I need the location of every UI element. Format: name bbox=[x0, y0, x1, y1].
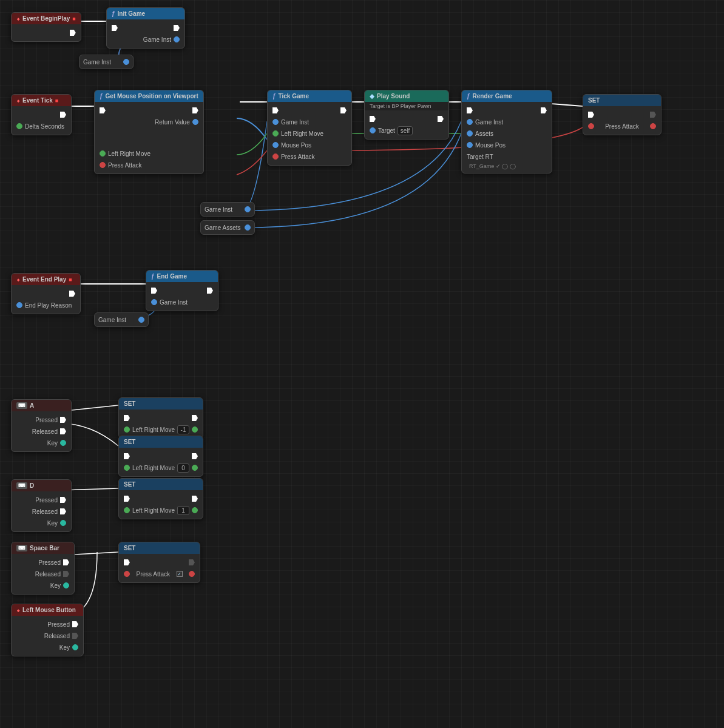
assets-row: Assets bbox=[467, 129, 547, 138]
key-label: Key bbox=[59, 644, 70, 651]
exec-row bbox=[124, 451, 198, 461]
exec-in bbox=[588, 112, 594, 118]
end-game-body: Game Inst bbox=[146, 282, 218, 311]
key-label: Key bbox=[47, 520, 58, 527]
tick-game-title: Tick Game bbox=[279, 93, 309, 99]
key-a-title: A bbox=[30, 402, 34, 409]
left-right-row: Left Right Move bbox=[100, 149, 198, 158]
set-1-header: SET bbox=[583, 95, 661, 106]
key-row: Key bbox=[16, 438, 66, 448]
game-inst-var-body: Game Inst bbox=[80, 55, 133, 69]
exec-in bbox=[124, 453, 130, 459]
value-neg1: -1 bbox=[177, 425, 189, 434]
exec-in bbox=[272, 107, 279, 113]
exec-out-pin bbox=[70, 30, 76, 36]
exec-row bbox=[124, 494, 198, 504]
game-inst-label: Game Inst bbox=[475, 119, 503, 126]
game-inst-var-2: Game Inst bbox=[200, 202, 255, 217]
mouse-pos-in bbox=[272, 142, 279, 148]
released-row: Released bbox=[16, 631, 78, 641]
left-right-out bbox=[192, 465, 198, 471]
pressed-pin bbox=[63, 559, 69, 565]
game-inst-var-3-body: Game Inst bbox=[95, 313, 148, 326]
game-inst-var-3: Game Inst bbox=[94, 312, 149, 327]
exec-row bbox=[467, 106, 547, 115]
self-box: self bbox=[398, 126, 413, 135]
left-right-label: Left Right Move bbox=[132, 465, 175, 471]
game-assets-row: Game Assets bbox=[205, 223, 251, 232]
left-right-label: Left Right Move bbox=[108, 150, 151, 157]
game-inst-label: Game Inst bbox=[160, 299, 188, 306]
game-inst-pin bbox=[138, 317, 144, 323]
exec-row bbox=[272, 106, 347, 115]
left-right-out bbox=[192, 507, 198, 513]
keyboard-icon-d: ⌨ bbox=[16, 482, 27, 489]
press-attack-row: Press Attack bbox=[100, 160, 198, 170]
game-inst-label: Game Inst bbox=[98, 317, 126, 323]
press-attack-in-row: Press Attack bbox=[272, 152, 347, 161]
event-end-play-body: End Play Reason bbox=[12, 285, 80, 314]
set-node-d: SET Left Right Move 1 bbox=[118, 478, 203, 519]
delta-seconds-row: Delta Seconds bbox=[16, 121, 66, 131]
init-game-title: Init Game bbox=[118, 10, 146, 17]
left-right-in-label: Left Right Move bbox=[281, 130, 323, 137]
set-node-a2: SET Left Right Move 0 bbox=[118, 436, 203, 477]
game-inst-row: Game Inst bbox=[98, 315, 144, 325]
left-right-in bbox=[124, 465, 130, 471]
exec-out-pin bbox=[174, 25, 180, 31]
game-inst-row: Game Inst bbox=[467, 117, 547, 127]
released-pin bbox=[60, 428, 66, 434]
set-d-body: Left Right Move 1 bbox=[119, 490, 203, 519]
game-inst-label: Game Inst bbox=[143, 36, 171, 43]
value-1: 1 bbox=[177, 506, 189, 515]
game-inst-pin bbox=[245, 206, 251, 212]
press-attack-in bbox=[588, 123, 594, 129]
exec-row bbox=[370, 114, 444, 124]
exec-in bbox=[124, 496, 130, 502]
left-right-row: Left Right Move 1 bbox=[124, 505, 198, 515]
space-bar-body: Pressed Released Key bbox=[12, 554, 74, 594]
rt-value: RT_Game ✓ ◯ ◯ bbox=[467, 163, 547, 169]
pressed-pin bbox=[72, 621, 78, 627]
value-0: 0 bbox=[177, 463, 189, 473]
released-label: Released bbox=[32, 428, 58, 435]
event-end-play-title: Event End Play bbox=[22, 276, 66, 283]
return-val-pin bbox=[192, 119, 198, 125]
mouse-pos-row: Mouse Pos bbox=[467, 140, 547, 150]
end-game-node: ƒ End Game Game Inst bbox=[146, 270, 218, 311]
render-game-body: Game Inst Assets Mouse Pos Target RT RT_… bbox=[462, 102, 552, 173]
delta-seconds-pin bbox=[16, 123, 22, 129]
game-inst-var-pin bbox=[123, 59, 129, 65]
exec-in-pin bbox=[112, 25, 118, 31]
released-pin bbox=[72, 633, 78, 639]
event-end-play-header: ⬥ Event End Play ■ bbox=[12, 274, 80, 285]
released-label: Released bbox=[32, 508, 58, 515]
exec-row bbox=[588, 110, 656, 120]
set-a1-title: SET bbox=[124, 400, 135, 407]
space-bar-header: ⌨ Space Bar bbox=[12, 542, 74, 554]
game-assets-label: Game Assets bbox=[205, 224, 240, 231]
pressed-row: Pressed bbox=[16, 558, 69, 567]
exec-in bbox=[370, 116, 376, 122]
game-inst-row: Game Inst bbox=[151, 297, 213, 307]
press-attack-label: Press Attack bbox=[108, 162, 142, 169]
event-begin-play-header: ⬥ Event BeginPlay ■ bbox=[12, 13, 81, 24]
set-1-title: SET bbox=[588, 97, 600, 104]
end-play-reason-pin bbox=[16, 302, 22, 308]
exec-out bbox=[189, 559, 195, 565]
target-row: Target self bbox=[370, 126, 444, 135]
press-attack-in bbox=[272, 153, 279, 160]
init-game-header: ƒ Init Game bbox=[107, 8, 184, 19]
left-mouse-header: ⬥ Left Mouse Button bbox=[12, 604, 83, 616]
exec-out bbox=[192, 496, 198, 502]
event-tick-node: ⬥ Event Tick ■ Delta Seconds bbox=[11, 94, 72, 135]
press-attack-row: Press Attack ✓ bbox=[124, 569, 195, 579]
mouse-pos-in bbox=[467, 142, 473, 148]
get-mouse-pos-node: ƒ Get Mouse Position on Viewport Return … bbox=[94, 90, 204, 174]
play-sound-header: ◆ Play Sound bbox=[365, 90, 448, 102]
pressed-row: Pressed bbox=[16, 495, 66, 505]
released-row: Released bbox=[16, 507, 66, 516]
left-right-in bbox=[124, 426, 130, 433]
game-inst-var-2-body: Game Inst bbox=[201, 203, 254, 216]
event-begin-play-node: ⬥ Event BeginPlay ■ bbox=[11, 12, 81, 42]
